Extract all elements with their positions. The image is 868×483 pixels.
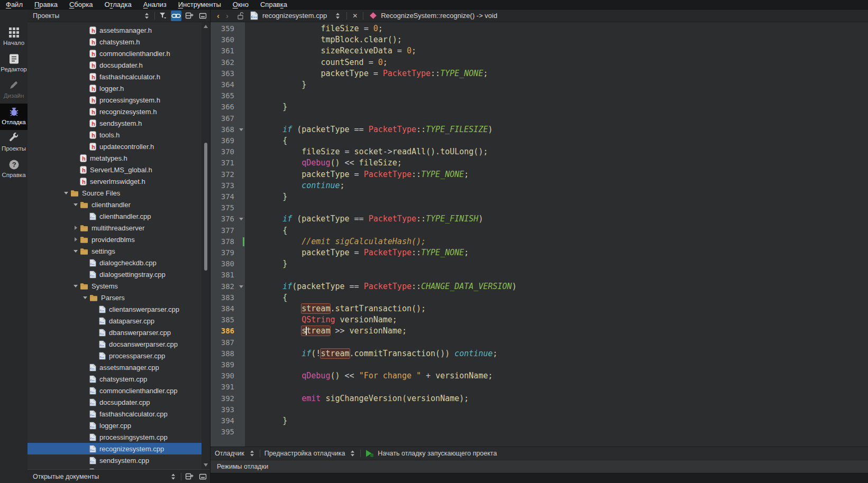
tree-item-parsers[interactable]: Parsers <box>28 292 210 303</box>
scroll-down-icon[interactable] <box>204 463 208 467</box>
start-debug-icon[interactable] <box>365 449 374 458</box>
tree-item-recognizesystem.h[interactable]: hrecognizesystem.h <box>28 106 210 117</box>
mode-help[interactable]: ?Справка <box>0 156 28 183</box>
tree-item-sendsystem.h[interactable]: hsendsystem.h <box>28 117 210 129</box>
code-line-368: if (packetType == PacketType::TYPE_FILES… <box>245 124 868 135</box>
open-documents-title[interactable]: Открытые документы <box>33 473 99 480</box>
split-add-icon[interactable] <box>184 471 195 482</box>
sort-updown-icon[interactable] <box>249 450 255 457</box>
tree-item-updatecontroller.h[interactable]: hupdatecontroller.h <box>28 141 210 152</box>
tree-item-fasthashcalculator.cpp[interactable]: C++fasthashcalculator.cpp <box>28 408 210 420</box>
code-line-370: fileSize = socket->readAll().toULong(); <box>245 146 868 157</box>
tree-item-dialogsettingstray.cpp[interactable]: C++dialogsettingstray.cpp <box>28 268 210 280</box>
scrollbar-thumb[interactable] <box>204 143 207 271</box>
project-tree: hassetsmanager.hhchatsystem.hhcommonclie… <box>28 22 210 469</box>
menu-item-3[interactable]: Отладка <box>98 0 137 9</box>
chevron-down-icon[interactable] <box>64 192 68 194</box>
tree-item-dbanswerparser.cpp[interactable]: C++dbanswerparser.cpp <box>28 327 210 338</box>
tree-item-dataparser.cpp[interactable]: C++dataparser.cpp <box>28 315 210 327</box>
menu-item-0[interactable]: Файл <box>0 0 29 9</box>
mode-edit[interactable]: Редактор <box>0 51 28 77</box>
tree-item-logger.cpp[interactable]: C++logger.cpp <box>28 420 210 431</box>
sort-updown-icon[interactable] <box>334 12 341 20</box>
chevron-down-icon[interactable] <box>83 296 87 299</box>
scroll-up-icon[interactable] <box>204 25 208 28</box>
close-icon[interactable]: ✕ <box>352 12 358 20</box>
mode-welcome[interactable]: Начало <box>0 24 28 51</box>
tree-item-multithreadserver[interactable]: multithreadserver <box>28 222 210 234</box>
tree-item-source-files[interactable]: Source Files <box>28 187 210 199</box>
tree-item-docsanswerparser.cpp[interactable]: C++docsanswerparser.cpp <box>28 338 210 350</box>
tree-item-settings[interactable]: settings <box>28 245 210 257</box>
tree-item-processingsystem.h[interactable]: hprocessingsystem.h <box>28 94 210 106</box>
tree-item-serverlms_global.h[interactable]: hServerLMS_global.h <box>28 164 210 175</box>
code-editor[interactable]: 3593603613623633643653663673683693703713… <box>211 22 868 447</box>
mode-debug[interactable]: Отладка <box>0 104 28 130</box>
fold-marker-icon[interactable] <box>239 218 243 220</box>
tree-item-dialogcheckdb.cpp[interactable]: C++dialogcheckdb.cpp <box>28 257 210 268</box>
tree-item-commonclienthandler.h[interactable]: hcommonclienthandler.h <box>28 48 210 59</box>
collapse-panel-icon[interactable] <box>197 471 208 482</box>
code-line-390: qDebug() << "For change " + versionName; <box>245 370 868 382</box>
tree-item-clienthandler[interactable]: clienthandler <box>28 199 210 210</box>
menu-item-5[interactable]: Инструменты <box>172 0 227 9</box>
tree-item-tools.h[interactable]: htools.h <box>28 129 210 141</box>
fold-marker-icon[interactable] <box>239 285 243 288</box>
tree-item-recognizesystem.cpp[interactable]: C++recognizesystem.cpp <box>28 443 210 454</box>
fold-marker-icon[interactable] <box>239 128 243 131</box>
menu-item-4[interactable]: Анализ <box>138 0 172 9</box>
sort-updown-icon[interactable] <box>349 450 356 457</box>
chevron-right-icon[interactable] <box>75 226 77 230</box>
tree-item-chatsystem.cpp[interactable]: C++chatsystem.cpp <box>28 373 210 385</box>
sort-updown-icon[interactable] <box>168 471 178 482</box>
tree-item-assetsmanager.h[interactable]: hassetsmanager.h <box>28 24 210 36</box>
tree-item-clienthandler.cpp[interactable]: C++clienthandler.cpp <box>28 210 210 222</box>
tree-item-processingsystem.cpp[interactable]: C++processingsystem.cpp <box>28 431 210 443</box>
tree-item-systems[interactable]: Systems <box>28 280 210 292</box>
menu-item-1[interactable]: Правка <box>29 0 63 9</box>
forward-icon[interactable]: › <box>226 12 229 20</box>
tree-item-serverlmswidget.h[interactable]: hserverlmswidget.h <box>28 175 210 187</box>
tree-item-label: dialogsettingstray.cpp <box>99 271 166 278</box>
open-file-name[interactable]: recognizesystem.cpp <box>262 12 327 20</box>
link-editor-icon[interactable] <box>171 11 181 21</box>
chevron-right-icon[interactable] <box>75 237 77 242</box>
collapse-panel-icon[interactable] <box>197 11 208 21</box>
tree-item-fasthashcalculator.h[interactable]: hfasthashcalculator.h <box>28 71 210 82</box>
projects-panel-title[interactable]: Проекты <box>33 12 59 20</box>
chevron-down-icon[interactable] <box>74 250 78 253</box>
tree-item-processparser.cpp[interactable]: C++processparser.cpp <box>28 350 210 361</box>
menu-item-7[interactable]: Справка <box>254 0 293 9</box>
start-debug-label[interactable]: Начать отладку запускающего проекта <box>378 450 497 457</box>
menu-item-2[interactable]: Сборка <box>63 0 99 9</box>
line-number: 388 <box>211 348 245 359</box>
tree-item-sendsystem.cpp[interactable]: C++sendsystem.cpp <box>28 454 210 466</box>
debugger-preset-selector[interactable]: Преднастройка отладчика <box>264 450 345 457</box>
tree-scrollbar[interactable] <box>202 22 210 469</box>
back-icon[interactable]: ‹ <box>217 12 220 20</box>
chevron-down-icon[interactable] <box>74 203 78 206</box>
tree-item-docsupdater.h[interactable]: hdocsupdater.h <box>28 59 210 71</box>
tree-item-metatypes.h[interactable]: hmetatypes.h <box>28 152 210 164</box>
tree-item-providerdblms[interactable]: providerdblms <box>28 234 210 245</box>
tree-item-commonclienthandler.cpp[interactable]: C++commonclienthandler.cpp <box>28 385 210 396</box>
tree-item-clientanswerparser.cpp[interactable]: C++clientanswerparser.cpp <box>28 303 210 315</box>
mode-projects[interactable]: Проекты <box>0 130 28 156</box>
tree-item-docsupdater.cpp[interactable]: C++docsupdater.cpp <box>28 396 210 408</box>
tree-item-label: multithreadserver <box>92 224 144 232</box>
tree-item-chatsystem.h[interactable]: hchatsystem.h <box>28 36 210 48</box>
split-add-icon[interactable] <box>184 11 195 21</box>
occurrence-highlight: stream <box>321 349 349 358</box>
tree-item-logger.h[interactable]: hlogger.h <box>28 82 210 94</box>
debugger-selector[interactable]: Отладчик <box>215 450 244 457</box>
menu-item-6[interactable]: Окно <box>227 0 254 9</box>
open-documents-header: Открытые документы <box>28 469 210 483</box>
chevron-down-icon[interactable] <box>74 285 78 287</box>
mode-design[interactable]: Дизайн <box>0 77 28 104</box>
current-symbol[interactable]: RecognizeSystem::recognize() -> void <box>381 12 497 20</box>
svg-text:C++: C++ <box>90 379 95 382</box>
filter-icon[interactable] <box>158 11 168 21</box>
unlock-icon[interactable] <box>237 12 244 20</box>
tree-item-assetsmanager.cpp[interactable]: C++assetsmanager.cpp <box>28 361 210 373</box>
sort-updown-icon[interactable] <box>141 11 152 21</box>
